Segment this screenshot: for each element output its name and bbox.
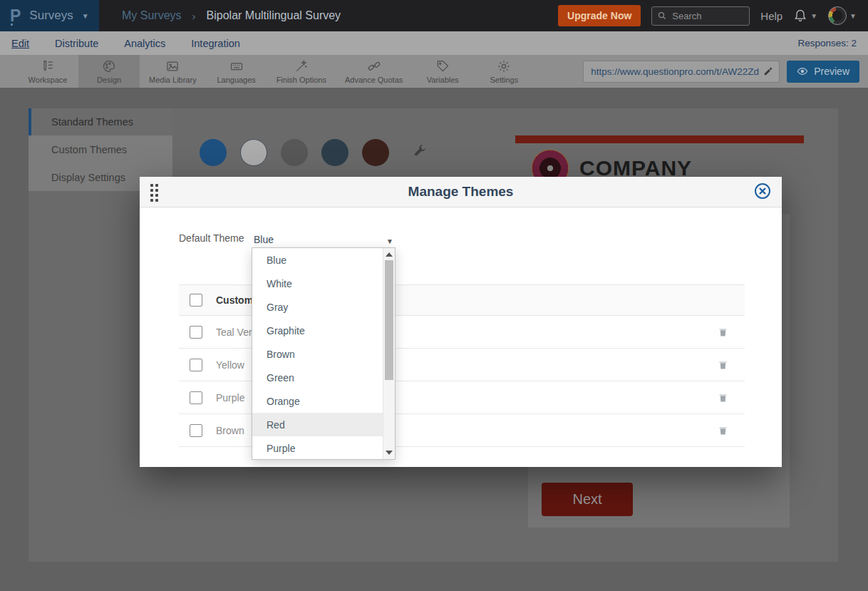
media-library-icon	[165, 59, 180, 73]
theme-swatch-graphite[interactable]	[321, 139, 348, 166]
row-checkbox[interactable]	[190, 391, 202, 404]
survey-title: Bipolar Multilingual Survey	[207, 9, 341, 22]
manage-themes-modal: Manage Themes Default Theme Blue ▼ Custo…	[140, 177, 782, 467]
trash-icon	[718, 359, 728, 371]
trash-icon	[718, 326, 728, 338]
questionpro-logo: P	[10, 8, 21, 24]
dropdown-option-blue[interactable]: Blue	[252, 248, 383, 272]
edit-toolbar: Workspace Design Media Library Languages…	[0, 55, 868, 88]
delete-theme-button[interactable]	[718, 326, 728, 341]
tab-integration[interactable]: Integration	[191, 38, 240, 49]
product-name: Surveys	[29, 9, 73, 23]
wrench-icon	[413, 144, 427, 158]
breadcrumb-my-surveys[interactable]: My Surveys	[122, 9, 182, 22]
tab-edit[interactable]: Edit	[11, 38, 29, 49]
preview-accent-bar	[515, 135, 804, 143]
chevron-down-icon: ▼	[810, 12, 817, 20]
trash-icon	[718, 424, 728, 436]
chevron-down-icon: ▼	[82, 12, 89, 20]
breadcrumb-separator: ›	[192, 10, 196, 22]
tool-finish-options[interactable]: Finish Options	[267, 55, 336, 88]
workspace-icon	[41, 59, 55, 73]
finish-options-icon	[294, 59, 309, 73]
preview-button[interactable]: Preview	[787, 61, 859, 83]
advance-quotas-icon	[367, 59, 381, 73]
dropdown-options: Blue White Gray Graphite Brown Green Ora…	[252, 248, 383, 459]
row-checkbox[interactable]	[190, 424, 202, 437]
delete-theme-button[interactable]	[718, 424, 728, 439]
dropdown-option-green[interactable]: Green	[252, 366, 383, 389]
customize-theme-button[interactable]	[413, 144, 427, 161]
theme-dropdown: Blue White Gray Graphite Brown Green Ora…	[252, 247, 396, 460]
default-theme-select[interactable]: Blue ▼	[254, 225, 393, 250]
variables-icon	[435, 59, 450, 73]
theme-swatch-blue[interactable]	[200, 139, 227, 166]
tool-advance-quotas[interactable]: Advance Quotas	[336, 55, 412, 88]
selected-theme-value: Blue	[254, 234, 274, 245]
sidebar-item-standard-themes[interactable]: Standard Themes	[29, 108, 172, 135]
tool-settings[interactable]: Settings	[473, 55, 534, 88]
dropdown-option-purple[interactable]: Purple	[252, 436, 383, 460]
select-all-checkbox[interactable]	[190, 294, 202, 307]
tool-design[interactable]: Design	[78, 55, 140, 88]
scroll-down-icon[interactable]	[386, 451, 393, 455]
search-box[interactable]	[651, 6, 750, 26]
help-link[interactable]: Help	[760, 10, 782, 22]
search-input[interactable]	[671, 10, 743, 22]
breadcrumb: My Surveys › Bipolar Multilingual Survey	[122, 9, 341, 22]
trash-icon	[718, 391, 728, 404]
dropdown-scrollbar[interactable]	[383, 248, 395, 459]
dropdown-option-brown[interactable]: Brown	[252, 342, 383, 366]
product-switcher[interactable]: P Surveys ▼	[0, 0, 99, 31]
tool-workspace[interactable]: Workspace	[17, 55, 78, 88]
theme-swatch-white[interactable]	[240, 139, 267, 166]
notifications-button[interactable]: ▼	[793, 9, 817, 23]
top-bar: P Surveys ▼ My Surveys › Bipolar Multili…	[0, 0, 868, 31]
app-window: P Surveys ▼ My Surveys › Bipolar Multili…	[0, 0, 868, 591]
design-icon	[102, 59, 116, 73]
delete-theme-button[interactable]	[718, 391, 728, 406]
modal-header: Manage Themes	[140, 177, 782, 207]
tool-variables[interactable]: Variables	[412, 55, 473, 88]
close-icon	[759, 187, 766, 195]
modal-title: Manage Themes	[408, 184, 514, 200]
theme-swatch-brown[interactable]	[362, 139, 389, 166]
survey-nav: Edit Distribute Analytics Integration Re…	[0, 31, 868, 55]
theme-swatch-gray[interactable]	[281, 139, 308, 166]
close-button[interactable]	[755, 183, 770, 199]
survey-url-box	[583, 61, 780, 83]
responses-count: Responses: 2	[797, 38, 857, 48]
scrollbar-thumb[interactable]	[385, 260, 393, 380]
tool-languages[interactable]: Languages	[206, 55, 267, 88]
chevron-down-icon: ▼	[849, 12, 857, 20]
tab-distribute[interactable]: Distribute	[55, 38, 98, 49]
delete-theme-button[interactable]	[718, 359, 728, 374]
pencil-icon[interactable]	[763, 66, 773, 76]
theme-swatch-row	[200, 139, 427, 166]
avatar	[828, 6, 847, 25]
default-theme-label: Default Theme	[179, 232, 244, 244]
dropdown-option-white[interactable]: White	[252, 272, 383, 295]
scroll-up-icon[interactable]	[386, 252, 393, 257]
dropdown-option-red[interactable]: Red	[252, 413, 383, 436]
dropdown-option-gray[interactable]: Gray	[252, 295, 383, 319]
eye-icon	[797, 66, 808, 77]
drag-handle-icon[interactable]	[150, 184, 158, 202]
bell-icon	[793, 9, 807, 23]
row-checkbox[interactable]	[190, 359, 202, 371]
languages-icon	[229, 59, 244, 73]
search-icon	[658, 11, 666, 20]
tab-analytics[interactable]: Analytics	[124, 38, 165, 49]
top-bar-actions: Upgrade Now Help ▼ ▼	[558, 5, 868, 26]
tool-media-library[interactable]: Media Library	[140, 55, 206, 88]
dropdown-option-orange[interactable]: Orange	[252, 389, 383, 413]
row-checkbox[interactable]	[190, 326, 202, 339]
sidebar-item-custom-themes[interactable]: Custom Themes	[29, 135, 172, 163]
settings-icon	[497, 59, 511, 73]
next-button[interactable]: Next	[542, 483, 633, 516]
account-menu[interactable]: ▼	[828, 6, 857, 25]
dropdown-option-graphite[interactable]: Graphite	[252, 319, 383, 342]
upgrade-now-button[interactable]: Upgrade Now	[558, 5, 641, 26]
survey-url-input[interactable]	[589, 66, 763, 78]
caret-down-icon: ▼	[386, 237, 393, 245]
